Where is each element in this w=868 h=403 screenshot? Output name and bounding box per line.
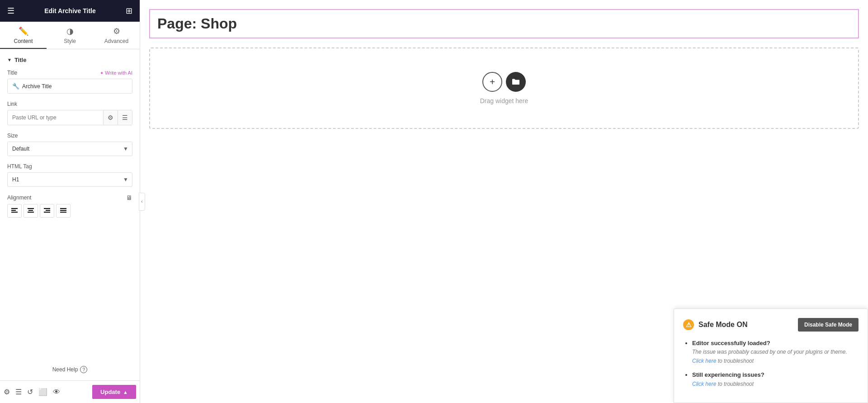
title-field-row: Title Write with AI 🔧 Archive Title	[7, 70, 132, 94]
content-tab-icon: ✏️	[19, 26, 28, 36]
responsive-tool-icon[interactable]: ⬜	[38, 388, 47, 396]
svg-rect-6	[44, 208, 50, 209]
link-input[interactable]	[8, 111, 103, 124]
monitor-icon[interactable]: 🖥	[126, 194, 132, 201]
safe-mode-link-2[interactable]: Click here	[692, 381, 716, 387]
write-with-ai-btn[interactable]: Write with AI	[100, 70, 132, 76]
left-panel: ☰ Edit Archive Title ⊞ ✏️ Content ◑ Styl…	[0, 0, 140, 403]
size-select-arrow-icon: ▼	[119, 146, 132, 152]
svg-rect-1	[11, 210, 16, 211]
size-select-row: Default Small Medium Large XL XXL ▼	[7, 142, 132, 156]
safe-mode-item-2-sub: Click here to troubleshoot	[692, 381, 754, 387]
update-button[interactable]: Update ▲	[92, 385, 136, 399]
main-area: Page: Shop + Drag widget here ⚠ Safe Mod…	[140, 0, 868, 403]
tab-advanced[interactable]: ⚙ Advanced	[93, 22, 140, 49]
safe-mode-title-text: Safe Mode ON	[698, 321, 747, 329]
section-arrow-icon[interactable]: ▼	[7, 57, 12, 62]
drop-zone-text: Drag widget here	[480, 97, 528, 104]
size-label: Size	[7, 133, 132, 139]
svg-rect-10	[60, 210, 66, 211]
align-left-btn[interactable]	[7, 204, 22, 218]
link-label: Link	[7, 101, 132, 107]
tab-advanced-label: Advanced	[104, 38, 128, 44]
layers-tool-icon[interactable]: ☰	[15, 388, 22, 396]
safe-mode-item-1-sub: The issue was probably caused by one of …	[692, 349, 847, 364]
hamburger-icon[interactable]: ☰	[7, 6, 14, 16]
tab-content-label: Content	[14, 38, 33, 44]
folder-btn[interactable]	[506, 72, 526, 92]
need-help-text: Need Help	[52, 366, 78, 373]
section-header: ▼ Title	[7, 57, 132, 63]
safe-mode-list: Editor successfully loaded? The issue wa…	[683, 339, 859, 389]
drop-zone-buttons: +	[482, 72, 526, 92]
html-tag-field-row: HTML Tag H1 H2 H3 H4 H5 H6 div span p ▼	[7, 163, 132, 187]
alignment-buttons	[7, 204, 132, 218]
html-tag-arrow-icon: ▼	[119, 176, 132, 183]
svg-rect-8	[44, 212, 50, 213]
alignment-label: Alignment 🖥	[7, 194, 132, 201]
warning-icon: ⚠	[683, 319, 694, 330]
html-tag-label: HTML Tag	[7, 163, 132, 170]
svg-rect-4	[28, 210, 33, 211]
grid-icon[interactable]: ⊞	[126, 6, 132, 16]
size-select[interactable]: Default Small Medium Large XL XXL	[8, 142, 119, 156]
safe-mode-link-1[interactable]: Click here	[692, 358, 716, 364]
disable-safe-mode-btn[interactable]: Disable Safe Mode	[798, 318, 859, 332]
tab-content[interactable]: ✏️ Content	[0, 22, 47, 49]
tab-style[interactable]: ◑ Style	[47, 22, 93, 49]
page-title-text: Page: Shop	[157, 15, 237, 32]
link-settings-btn[interactable]: ⚙	[103, 110, 118, 125]
svg-rect-9	[60, 208, 66, 209]
tabs: ✏️ Content ◑ Style ⚙ Advanced	[0, 22, 140, 49]
add-widget-btn[interactable]: +	[482, 72, 502, 92]
tab-style-label: Style	[64, 38, 76, 44]
history-tool-icon[interactable]: ↺	[27, 388, 33, 396]
help-circle-icon: ?	[80, 366, 87, 373]
need-help[interactable]: Need Help ?	[0, 359, 140, 380]
link-dynamic-btn[interactable]: ☰	[118, 110, 132, 125]
panel-content: ▼ Title Title Write with AI 🔧 Archive Ti…	[0, 49, 140, 359]
section-title: Title	[14, 57, 27, 63]
svg-rect-3	[28, 208, 34, 209]
size-field-row: Size Default Small Medium Large XL XXL ▼	[7, 133, 132, 156]
link-field-row: Link ⚙ ☰	[7, 101, 132, 125]
safe-mode-item-2: Still experiencing issues? Click here to…	[692, 370, 859, 388]
bottom-toolbar: ⚙ ☰ ↺ ⬜ 👁 Update ▲	[0, 380, 140, 403]
update-label: Update	[100, 389, 120, 395]
svg-rect-5	[28, 212, 34, 213]
preview-tool-icon[interactable]: 👁	[53, 388, 60, 396]
safe-mode-item-1-heading: Editor successfully loaded?	[692, 340, 770, 346]
top-bar: ☰ Edit Archive Title ⊞	[0, 0, 140, 22]
safe-mode-panel: ⚠ Safe Mode ON Disable Safe Mode Editor …	[674, 308, 868, 403]
settings-tool-icon[interactable]: ⚙	[4, 388, 10, 396]
collapse-handle[interactable]: ‹	[139, 193, 145, 211]
safe-mode-title: ⚠ Safe Mode ON	[683, 319, 747, 330]
title-input-value: Archive Title	[22, 83, 52, 90]
drop-zone[interactable]: + Drag widget here	[149, 47, 859, 129]
update-chevron-icon: ▲	[123, 389, 128, 395]
svg-rect-11	[60, 212, 66, 213]
title-label: Title Write with AI	[7, 70, 132, 76]
html-tag-select-row: H1 H2 H3 H4 H5 H6 div span p ▼	[7, 172, 132, 187]
bottom-tools: ⚙ ☰ ↺ ⬜ 👁	[4, 388, 92, 396]
align-right-btn[interactable]	[40, 204, 54, 218]
align-justify-btn[interactable]	[56, 204, 71, 218]
page-title-bar[interactable]: Page: Shop	[149, 9, 859, 38]
url-input-row: ⚙ ☰	[7, 110, 132, 125]
align-center-btn[interactable]	[24, 204, 38, 218]
svg-rect-2	[11, 212, 18, 213]
alignment-field-row: Alignment 🖥	[7, 194, 132, 218]
svg-rect-0	[11, 208, 18, 209]
svg-rect-7	[46, 210, 50, 211]
top-bar-title: Edit Archive Title	[44, 7, 96, 14]
wrench-icon: 🔧	[12, 83, 19, 90]
safe-mode-header: ⚠ Safe Mode ON Disable Safe Mode	[683, 318, 859, 332]
advanced-tab-icon: ⚙	[113, 26, 120, 36]
safe-mode-item-2-heading: Still experiencing issues?	[692, 371, 764, 378]
html-tag-select[interactable]: H1 H2 H3 H4 H5 H6 div span p	[8, 173, 119, 186]
title-input-display[interactable]: 🔧 Archive Title	[7, 79, 132, 94]
style-tab-icon: ◑	[66, 26, 74, 36]
safe-mode-item-1: Editor successfully loaded? The issue wa…	[692, 339, 859, 365]
